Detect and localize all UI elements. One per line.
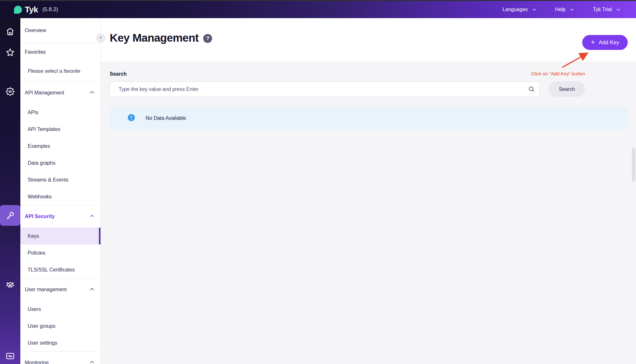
annotation-text: Click on “Add Key” button [526,71,590,76]
sidebar-section-monitoring[interactable]: Monitoring [20,352,100,364]
home-icon [5,27,15,36]
menu-languages[interactable]: Languages [502,7,536,12]
annotation-arrow [559,50,592,70]
sidebar-item-policies[interactable]: Policies [20,244,100,261]
search-input-wrap [110,81,540,97]
key-icon [5,211,15,220]
sidebar-item-tls-ssl-certificates[interactable]: TLS/SSL Certificates [20,261,100,278]
rail-home[interactable] [5,27,15,36]
monitoring-icon [5,351,15,361]
sidebar: Overview Favorites Please select a favor… [20,18,101,364]
sidebar-collapse-button[interactable] [96,33,106,43]
help-icon[interactable]: ? [203,34,212,43]
chevron-up-icon [89,90,95,96]
info-icon [128,114,135,123]
chevron-up-icon [89,360,95,364]
sidebar-item-user-settings[interactable]: User settings [20,334,100,351]
scrollbar-thumb[interactable] [632,148,635,182]
sidebar-favorites-empty: Please select a favorite [20,61,100,81]
sidebar-section-user-management[interactable]: User management [20,278,100,301]
chevron-down-icon [532,7,537,12]
chevron-up-icon [89,213,95,220]
sidebar-item-overview[interactable]: Overview [20,18,100,43]
sidebar-favorites-header[interactable]: Favorites [20,43,100,61]
sidebar-section-api-security[interactable]: API Security [20,205,100,228]
brand-name: Tyk [25,5,38,15]
search-label: Search [110,71,127,77]
users-icon [5,280,15,289]
no-data-alert: No Data Available [110,106,627,130]
sidebar-item-api-templates[interactable]: API Templates [20,121,100,138]
plus-icon: + [591,39,595,46]
sidebar-item-webhooks[interactable]: Webhooks [20,188,100,205]
search-input[interactable] [110,81,540,97]
chevron-left-icon [98,35,103,41]
topbar: Tyk (5.8.2) Languages Help Tyk Trial [0,1,636,18]
sidebar-item-streams-events[interactable]: Streams & Events [20,171,100,188]
menu-help[interactable]: Help [555,7,575,12]
window-top-strip [0,0,636,1]
page-title: Key Management [110,31,198,44]
sidebar-item-apis[interactable]: APIs [20,104,100,121]
rail-api-security-active[interactable] [0,205,20,226]
rail-monitoring[interactable] [5,351,15,361]
rail-api-management[interactable] [5,87,15,96]
sidebar-item-keys[interactable]: Keys [20,228,100,244]
icon-rail [0,18,20,364]
version-label: (5.8.2) [42,6,58,13]
sidebar-item-examples[interactable]: Examples [20,138,100,155]
chevron-down-icon [570,7,574,12]
rail-user-management[interactable] [5,280,15,289]
chevron-up-icon [89,286,95,293]
sidebar-item-users[interactable]: Users [20,301,100,318]
tyk-leaf-icon [14,6,22,14]
add-key-button[interactable]: + Add Key [582,35,628,50]
search-button[interactable]: Search [549,81,585,97]
content-area: Search Search No Data Available [101,62,636,364]
menu-tyk-trial[interactable]: Tyk Trial [593,7,621,12]
sidebar-item-user-groups[interactable]: User groups [20,318,100,334]
sidebar-section-api-management[interactable]: API Management [20,82,100,104]
main-header: Key Management ? + Add Key [101,18,636,62]
rail-favorites[interactable] [5,48,15,57]
sidebar-item-data-graphs[interactable]: Data graphs [20,155,100,171]
star-icon [5,48,15,57]
tyk-logo[interactable]: Tyk [14,5,38,15]
topbar-menus: Languages Help Tyk Trial [502,7,621,12]
api-gear-icon [5,87,15,96]
no-data-text: No Data Available [146,115,186,121]
chevron-down-icon [616,7,621,12]
